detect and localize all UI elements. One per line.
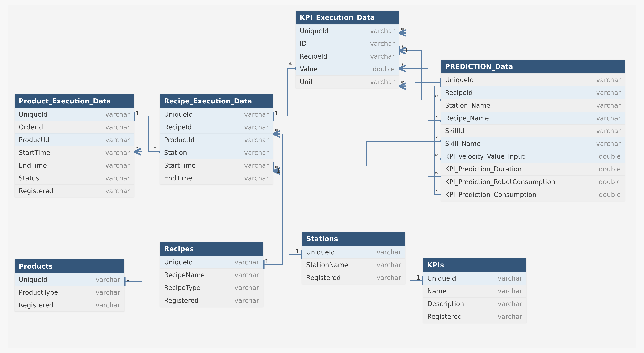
attribute-row: UniqueIdvarchar — [160, 256, 263, 269]
card-label-star: * — [400, 26, 404, 33]
attribute-type: varchar — [105, 162, 130, 169]
entity-title: KPI_Execution_Data — [296, 11, 399, 24]
attribute-row: StationNamevarchar — [302, 259, 405, 271]
attribute-name: RecipeName — [164, 271, 205, 279]
card-label-1: 1 — [265, 258, 268, 265]
attribute-row: KPI_Prediction_RobotConsumptiondouble — [441, 175, 625, 188]
attribute-name: RecipeId — [164, 123, 192, 131]
attribute-type: varchar — [596, 89, 621, 96]
attribute-type: varchar — [244, 162, 269, 169]
attribute-type: double — [599, 178, 621, 186]
attribute-name: UniqueId — [164, 259, 193, 266]
attribute-type: varchar — [234, 297, 259, 304]
attribute-type: varchar — [244, 111, 269, 118]
attribute-type: varchar — [370, 40, 395, 47]
attribute-name: ProductType — [19, 289, 58, 296]
attribute-name: Registered — [164, 297, 199, 304]
attribute-row: UniqueIdvarchar — [160, 108, 273, 121]
attribute-name: StationName — [306, 261, 348, 269]
attribute-type: varchar — [370, 27, 395, 34]
attribute-name: UniqueId — [164, 111, 193, 118]
attribute-row: UniqueIdvarchar — [14, 108, 134, 121]
attribute-row: UniqueIdvarchar — [14, 273, 124, 286]
attribute-name: OrderId — [19, 123, 43, 131]
attribute-row: ProductIdvarchar — [160, 133, 273, 146]
attribute-type: varchar — [105, 136, 130, 144]
attribute-type: varchar — [234, 259, 259, 266]
attribute-row: KPI_Velocity_Value_Inputdouble — [441, 150, 625, 163]
card-label-1: 1 — [276, 167, 280, 174]
attribute-name: Registered — [306, 274, 341, 281]
attribute-row: Recipe_Namevarchar — [441, 112, 625, 124]
attribute-name: RecipeType — [164, 284, 200, 291]
entity-title: KPIs — [423, 258, 526, 272]
entity-title: Recipes — [160, 242, 263, 256]
attribute-type: varchar — [596, 76, 621, 84]
attribute-row: Registeredvarchar — [160, 294, 263, 307]
attribute-row: EndTimevarchar — [160, 172, 273, 184]
entity-prediction-data: PREDICTION_DataUniqueIdvarcharRecipeIdva… — [441, 60, 625, 201]
attribute-row: Stationvarchar — [160, 146, 273, 159]
attribute-name: EndTime — [19, 162, 47, 169]
entity-kpis: KPIsUniqueIdvarcharNamevarcharDescriptio… — [423, 258, 526, 323]
card-label-star: * — [434, 188, 438, 195]
attribute-name: Status — [19, 174, 39, 182]
attribute-name: Name — [427, 287, 446, 295]
attribute-type: double — [599, 153, 621, 160]
attribute-type: varchar — [234, 271, 259, 279]
attribute-type: varchar — [244, 174, 269, 182]
attribute-row: UniqueIdvarchar — [302, 246, 405, 259]
attribute-type: varchar — [244, 149, 269, 156]
attribute-row: UniqueIdvarchar — [423, 272, 526, 285]
attribute-name: Unit — [300, 78, 313, 85]
attribute-type: varchar — [498, 313, 522, 320]
attribute-row: UniqueIdvarchar — [296, 24, 399, 37]
attribute-type: varchar — [105, 149, 130, 156]
attribute-type: varchar — [105, 174, 130, 182]
attribute-name: Registered — [19, 301, 53, 309]
card-label-star: * — [400, 62, 404, 69]
attribute-type: varchar — [244, 123, 269, 131]
attribute-type: varchar — [96, 289, 120, 296]
card-label-1: 1 — [417, 274, 420, 281]
attribute-row: Registeredvarchar — [302, 271, 405, 284]
attribute-name: Registered — [19, 187, 53, 195]
entity-stations: StationsUniqueIdvarcharStationNamevarcha… — [302, 232, 405, 284]
attribute-name: UniqueId — [445, 76, 474, 84]
attribute-row: UniqueIdvarchar — [441, 73, 625, 86]
entity-kpi-execution-data: KPI_Execution_DataUniqueIdvarcharIDvarch… — [296, 11, 399, 88]
attribute-name: Registered — [427, 313, 462, 320]
attribute-row: RecipeIdvarchar — [296, 50, 399, 63]
attribute-type: varchar — [498, 275, 522, 282]
card-label-star: * — [434, 153, 438, 160]
card-label-1: 1 — [135, 110, 139, 117]
attribute-row: ProductTypevarchar — [14, 286, 124, 299]
attribute-row: Registeredvarchar — [423, 310, 526, 323]
attribute-row: Statusvarchar — [14, 172, 134, 184]
entity-products: ProductsUniqueIdvarcharProductTypevarcha… — [14, 259, 124, 311]
entity-title: Product_Execution_Data — [14, 94, 134, 108]
attribute-name: RecipeId — [445, 89, 473, 96]
attribute-type: double — [599, 191, 621, 198]
attribute-name: SkillId — [445, 127, 464, 135]
card-label-1: 1 — [296, 248, 299, 255]
attribute-type: varchar — [596, 114, 621, 122]
attribute-type: varchar — [370, 53, 395, 60]
entity-recipes: RecipesUniqueIdvarcharRecipeNamevarcharR… — [160, 242, 263, 307]
attribute-row: StartTimevarchar — [14, 146, 134, 159]
attribute-row: RecipeIdvarchar — [441, 86, 625, 99]
attribute-type: double — [373, 65, 395, 73]
attribute-type: varchar — [498, 287, 522, 295]
attribute-name: UniqueId — [19, 276, 48, 283]
attribute-row: StartTimevarchar — [160, 159, 273, 172]
attribute-row: Registeredvarchar — [14, 299, 124, 311]
attribute-name: Skill_Name — [445, 140, 480, 147]
attribute-name: ProductId — [164, 136, 194, 144]
card-label-star: * — [153, 145, 157, 152]
attribute-name: StartTime — [164, 162, 196, 169]
attribute-type: varchar — [376, 274, 401, 281]
attribute-name: KPI_Velocity_Value_Input — [445, 153, 524, 160]
card-label-star: * — [434, 170, 438, 177]
attribute-type: varchar — [105, 123, 130, 131]
attribute-row: IDvarchar — [296, 37, 399, 50]
